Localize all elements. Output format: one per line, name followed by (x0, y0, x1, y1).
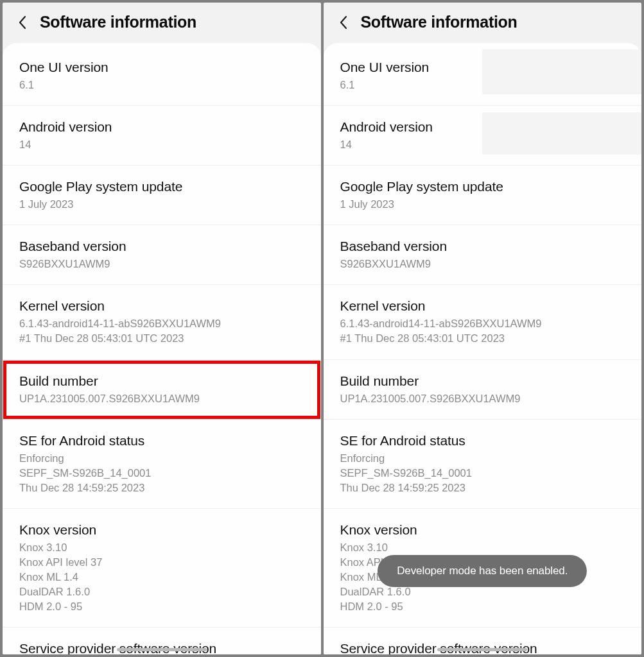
item-one-ui-version[interactable]: One UI version 6.1 (3, 43, 321, 106)
item-value: 6.1 (19, 78, 304, 92)
back-icon[interactable] (336, 15, 351, 30)
item-play-system-update[interactable]: Google Play system update 1 July 2023 (324, 166, 642, 225)
item-value: 1 July 2023 (19, 197, 304, 212)
item-value: 14 (19, 137, 304, 152)
header: Software information (3, 3, 321, 43)
item-value: Knox 3.10 Knox API level 37 Knox ML 1.4 … (19, 540, 304, 614)
item-title: Baseband version (340, 239, 625, 254)
item-title: One UI version (19, 60, 304, 75)
item-se-android-status[interactable]: SE for Android status Enforcing SEPF_SM-… (3, 420, 321, 509)
item-title: Kernel version (340, 298, 625, 314)
item-title: Google Play system update (19, 179, 304, 194)
item-title: Baseband version (19, 239, 304, 254)
item-value: 6.1.43-android14-11-abS926BXXU1AWM9 #1 T… (340, 316, 625, 346)
item-kernel-version[interactable]: Kernel version 6.1.43-android14-11-abS92… (324, 285, 642, 359)
item-title: Google Play system update (340, 179, 625, 194)
item-value: UP1A.231005.007.S926BXXU1AWM9 (19, 391, 304, 406)
item-title: Build number (19, 373, 304, 389)
nav-bar-icon[interactable] (437, 648, 527, 651)
item-title: Knox version (19, 522, 304, 538)
item-build-number[interactable]: Build number UP1A.231005.007.S926BXXU1AW… (3, 360, 321, 420)
page-title: Software information (40, 13, 196, 31)
item-value: UP1A.231005.007.S926BXXU1AWM9 (340, 391, 625, 406)
item-title: Android version (19, 119, 304, 135)
redaction-overlay (482, 112, 641, 155)
item-title: Build number (340, 373, 625, 389)
settings-list: One UI version 6.1 Android version 14 Go… (3, 43, 321, 654)
item-value: 1 July 2023 (340, 197, 625, 212)
item-build-number[interactable]: Build number UP1A.231005.007.S926BXXU1AW… (324, 360, 642, 420)
back-icon[interactable] (15, 15, 30, 30)
item-android-version[interactable]: Android version 14 (3, 106, 321, 166)
item-title: SE for Android status (19, 433, 304, 448)
item-kernel-version[interactable]: Kernel version 6.1.43-android14-11-abS92… (3, 285, 321, 359)
toast-developer-mode: Developer mode has been enabled. (378, 555, 587, 587)
phone-left: Software information One UI version 6.1 … (3, 3, 321, 654)
page-title: Software information (361, 13, 518, 31)
item-value: 6.1.43-android14-11-abS926BXXU1AWM9 #1 T… (19, 316, 304, 346)
item-value: S926BXXU1AWM9 (19, 257, 304, 271)
item-title: SE for Android status (340, 433, 625, 448)
header: Software information (324, 3, 642, 43)
item-baseband-version[interactable]: Baseband version S926BXXU1AWM9 (324, 225, 642, 285)
item-baseband-version[interactable]: Baseband version S926BXXU1AWM9 (3, 225, 321, 285)
item-value: Enforcing SEPF_SM-S926B_14_0001 Thu Dec … (19, 451, 304, 495)
item-value: S926BXXU1AWM9 (340, 257, 625, 271)
item-android-version[interactable]: Android version 14 (324, 106, 642, 166)
item-se-android-status[interactable]: SE for Android status Enforcing SEPF_SM-… (324, 420, 642, 509)
item-title: Knox version (340, 522, 625, 538)
item-title: Kernel version (19, 298, 304, 314)
item-value: Enforcing SEPF_SM-S926B_14_0001 Thu Dec … (340, 451, 625, 495)
nav-bar-icon[interactable] (117, 648, 207, 651)
redaction-overlay (482, 49, 641, 94)
item-play-system-update[interactable]: Google Play system update 1 July 2023 (3, 166, 321, 225)
phone-right: Software information One UI version 6.1 … (324, 3, 642, 654)
item-one-ui-version[interactable]: One UI version 6.1 (324, 43, 642, 106)
item-knox-version[interactable]: Knox version Knox 3.10 Knox API level 37… (3, 509, 321, 627)
